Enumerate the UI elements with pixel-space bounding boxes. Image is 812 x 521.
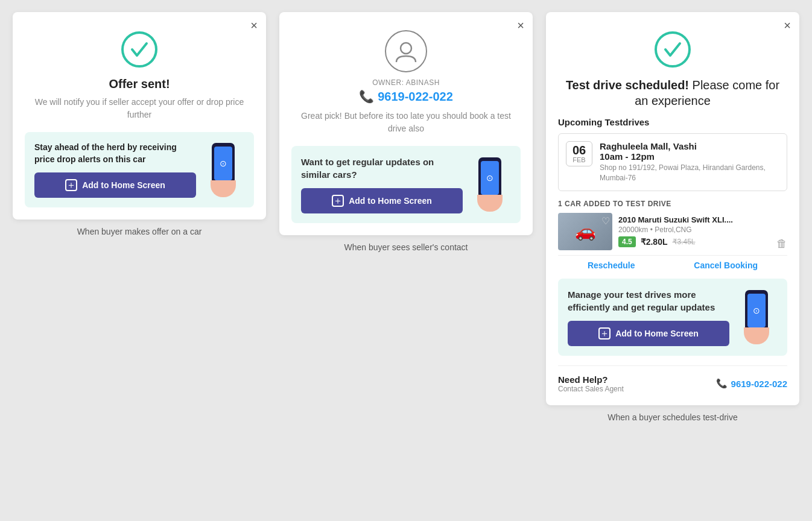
heart-icon: ♡ xyxy=(601,215,610,227)
reschedule-link[interactable]: Reschedule xyxy=(588,260,635,270)
panel-subtitle: We will notify you if seller accept your… xyxy=(25,96,254,121)
venue-name: Raghuleela Mall, Vashi xyxy=(600,141,779,151)
drive-info: Raghuleela Mall, Vashi 10am - 12pm Shop … xyxy=(600,141,779,183)
close-button[interactable]: × xyxy=(784,19,791,31)
banner-text: Manage your test drives more efficiently… xyxy=(568,288,729,314)
add-to-home-button[interactable]: ＋ Add to Home Screen xyxy=(34,172,196,198)
car-name: 2010 Maruti Suzuki Swift XLI.... xyxy=(618,215,770,224)
panel-caption: When a buyer schedules test-drive xyxy=(607,412,738,422)
owner-avatar xyxy=(385,30,427,72)
rating-badge: 4.5 xyxy=(618,236,636,247)
car-price-row: 4.5 ₹2.80L ₹3.45L xyxy=(618,236,770,247)
panel-caption: When buyer sees seller's contact xyxy=(344,242,468,252)
svg-point-1 xyxy=(401,43,411,54)
svg-point-0 xyxy=(122,33,156,66)
add-btn-label: Add to Home Screen xyxy=(615,329,699,338)
upcoming-label: Upcoming Testdrives xyxy=(558,117,787,127)
plus-icon: ＋ xyxy=(332,195,344,207)
phone-illustration: ⊙ xyxy=(202,143,244,197)
svg-point-2 xyxy=(656,33,690,66)
manage-banner: Manage your test drives more efficiently… xyxy=(558,279,787,356)
check-icon xyxy=(120,30,159,69)
drive-time: 10am - 12pm xyxy=(600,151,779,162)
add-to-home-button[interactable]: ＋ Add to Home Screen xyxy=(301,188,463,213)
date-box: 06 FEB xyxy=(566,141,592,166)
add-btn-label: Add to Home Screen xyxy=(349,196,432,206)
updates-banner: Want to get regular updates on similar c… xyxy=(291,146,521,223)
add-btn-label: Add to Home Screen xyxy=(82,180,165,190)
date-number: 06 xyxy=(568,144,591,156)
offer-sent-panel: × Offer sent! We will notify you if sell… xyxy=(13,12,266,219)
date-month: FEB xyxy=(568,156,591,163)
plus-icon: ＋ xyxy=(65,179,77,191)
help-phone-number: 9619-022-022 xyxy=(731,379,787,389)
help-subtitle: Contact Sales Agent xyxy=(558,385,624,393)
car-row: 🚗 ♡ 2010 Maruti Suzuki Swift XLI.... 200… xyxy=(558,213,787,250)
price-current: ₹2.80L xyxy=(641,237,668,247)
delete-icon[interactable]: 🗑 xyxy=(776,238,787,250)
panel-title: Offer sent! xyxy=(109,77,170,90)
plus-icon: ＋ xyxy=(598,327,611,339)
help-section: Need Help? Contact Sales Agent 📞 9619-02… xyxy=(558,365,787,393)
banner-text: Want to get regular updates on similar c… xyxy=(301,156,463,181)
close-button[interactable]: × xyxy=(517,19,524,31)
seller-contact-panel: × OWNER: ABINASH 📞 9619-022-022 Great pi… xyxy=(279,12,533,235)
check-icon xyxy=(653,30,692,69)
phone-icon: 📞 xyxy=(359,89,374,104)
close-button[interactable]: × xyxy=(250,19,258,31)
phone-illustration: ⊙ xyxy=(735,290,778,344)
owner-label: OWNER: ABINASH xyxy=(291,78,521,87)
pick-text: Great pick! But before its too late you … xyxy=(291,110,521,135)
owner-phone: 📞 9619-022-022 xyxy=(291,89,521,104)
car-details: 2010 Maruti Suzuki Swift XLI.... 20000km… xyxy=(618,215,770,247)
action-links: Reschedule Cancel Booking xyxy=(558,255,787,270)
phone-icon: 📞 xyxy=(716,378,728,389)
phone-illustration: ⊙ xyxy=(469,157,511,212)
testdrive-panel: × Test drive scheduled! Please come for … xyxy=(546,12,799,405)
venue-address: Shop no 191/192, Powai Plaza, Hirandani … xyxy=(600,163,779,183)
price-drop-banner: Stay ahead of the herd by receiving pric… xyxy=(25,132,254,207)
car-meta: 20000km • Petrol,CNG xyxy=(618,226,770,234)
price-old: ₹3.45L xyxy=(673,238,696,246)
panel-caption: When buyer makes offer on a car xyxy=(77,227,202,236)
help-left: Need Help? Contact Sales Agent xyxy=(558,374,624,393)
cancel-link[interactable]: Cancel Booking xyxy=(694,260,758,270)
owner-section: OWNER: ABINASH 📞 9619-022-022 Great pick… xyxy=(291,24,521,135)
title-bold: Test drive scheduled! xyxy=(566,78,689,92)
banner-text: Stay ahead of the herd by receiving pric… xyxy=(34,142,196,165)
drive-card: 06 FEB Raghuleela Mall, Vashi 10am - 12p… xyxy=(558,133,787,191)
testdrive-title: Test drive scheduled! Please come for an… xyxy=(558,77,787,109)
help-phone: 📞 9619-022-022 xyxy=(716,378,787,389)
car-added-label: 1 CAR ADDED TO TEST DRIVE xyxy=(558,200,787,208)
help-title: Need Help? xyxy=(558,374,624,385)
add-to-home-button[interactable]: ＋ Add to Home Screen xyxy=(568,321,729,346)
car-thumbnail: 🚗 ♡ xyxy=(558,213,612,250)
